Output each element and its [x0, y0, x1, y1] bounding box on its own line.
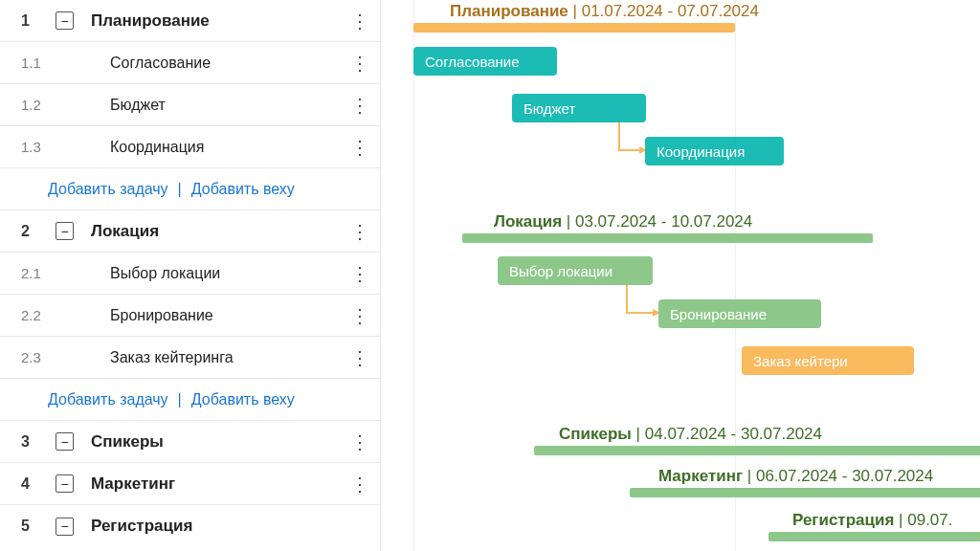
row-number: 1.2 — [21, 97, 56, 113]
task-row[interactable]: 1.2 Бюджет ⋮ — [0, 84, 380, 126]
add-milestone-link[interactable]: Добавить веху — [191, 391, 295, 408]
collapse-icon[interactable]: − — [56, 432, 74, 451]
gantt-group-header-registration: Регистрация | 09.07. — [792, 511, 952, 530]
row-title: Маркетинг — [91, 474, 175, 494]
more-icon[interactable]: ⋮ — [350, 220, 380, 243]
dependency-arrow-icon — [618, 122, 639, 151]
header-title: Планирование — [450, 2, 568, 20]
header-title: Маркетинг — [658, 467, 743, 485]
row-number: 1 — [21, 12, 56, 30]
gantt-group-header-location: Локация | 03.07.2024 - 10.07.2024 — [494, 212, 752, 231]
more-icon[interactable]: ⋮ — [350, 136, 380, 159]
row-number: 2.2 — [21, 307, 56, 323]
row-title: Координация — [110, 139, 204, 156]
task-row[interactable]: 1.1 Согласование ⋮ — [0, 42, 380, 84]
gantt-group-header-speakers: Спикеры | 04.07.2024 - 30.07.2024 — [559, 425, 822, 444]
more-icon[interactable]: ⋮ — [350, 430, 380, 453]
row-title: Бюджет — [110, 97, 166, 114]
row-title: Согласование — [110, 55, 211, 72]
task-row[interactable]: 2.3 Заказ кейтеринга ⋮ — [0, 337, 380, 379]
add-task-link[interactable]: Добавить задачу — [48, 391, 168, 408]
add-row: Добавить задачу | Добавить веху — [0, 379, 380, 421]
gantt-group-header-planning: Планирование | 01.07.2024 - 07.07.2024 — [450, 2, 759, 21]
header-title: Локация — [494, 212, 562, 231]
header-dates: | 04.07.2024 - 30.07.2024 — [636, 425, 822, 443]
gantt-task-bar[interactable]: Координация — [645, 137, 784, 165]
gantt-task-bar[interactable]: Заказ кейтери — [742, 346, 914, 375]
add-row: Добавить задачу | Добавить веху — [0, 168, 380, 210]
gantt-task-bar[interactable]: Бюджет — [512, 94, 646, 122]
row-number: 2 — [21, 223, 56, 240]
gantt-summary-bar-marketing[interactable] — [630, 488, 980, 497]
task-row[interactable]: 1.3 Координация ⋮ — [0, 126, 380, 168]
more-icon[interactable]: ⋮ — [350, 52, 380, 75]
header-title: Регистрация — [792, 511, 894, 529]
row-number: 4 — [21, 475, 56, 493]
gantt-task-bar[interactable]: Выбор локации — [498, 256, 653, 285]
gantt-chart-area[interactable]: Планирование | 01.07.2024 - 07.07.2024 С… — [381, 0, 980, 551]
row-number: 2.1 — [21, 265, 56, 281]
separator: | — [178, 391, 182, 408]
header-dates: | 03.07.2024 - 10.07.2024 — [567, 212, 752, 231]
row-number: 1.3 — [21, 139, 56, 155]
gantt-summary-bar-location[interactable] — [462, 233, 873, 243]
more-icon[interactable]: ⋮ — [350, 304, 380, 327]
header-dates: | 01.07.2024 - 07.07.2024 — [573, 2, 759, 20]
row-number: 3 — [21, 433, 56, 451]
add-task-link[interactable]: Добавить задачу — [48, 181, 168, 198]
group-row-location[interactable]: 2 − Локация ⋮ — [0, 210, 380, 253]
row-title: Планирование — [91, 11, 210, 31]
group-row-marketing[interactable]: 4 − Маркетинг ⋮ — [0, 463, 380, 505]
row-title: Выбор локации — [110, 265, 220, 282]
row-number: 1.1 — [21, 55, 56, 71]
collapse-icon[interactable]: − — [56, 11, 74, 30]
separator: | — [178, 181, 182, 198]
gantt-summary-bar-planning[interactable] — [413, 23, 735, 33]
group-row-speakers[interactable]: 3 − Спикеры ⋮ — [0, 421, 380, 463]
more-icon[interactable]: ⋮ — [350, 346, 380, 369]
row-number: 2.3 — [21, 349, 56, 365]
row-title: Бронирование — [110, 307, 213, 324]
row-number: 5 — [21, 518, 56, 535]
group-row-planning[interactable]: 1 − Планирование ⋮ — [0, 0, 380, 42]
task-row[interactable]: 2.1 Выбор локации ⋮ — [0, 253, 380, 295]
gantt-group-header-marketing: Маркетинг | 06.07.2024 - 30.07.2024 — [658, 467, 933, 486]
header-dates: | 09.07. — [899, 511, 952, 529]
more-icon[interactable]: ⋮ — [350, 94, 380, 117]
more-icon[interactable]: ⋮ — [350, 10, 380, 33]
more-icon[interactable]: ⋮ — [350, 262, 380, 285]
row-title: Заказ кейтеринга — [110, 349, 234, 366]
header-dates: | 06.07.2024 - 30.07.2024 — [747, 467, 933, 485]
task-row[interactable]: 2.2 Бронирование ⋮ — [0, 295, 380, 337]
add-milestone-link[interactable]: Добавить веху — [191, 181, 295, 198]
gantt-summary-bar-speakers[interactable] — [534, 446, 980, 455]
dependency-arrow-icon — [626, 285, 653, 314]
gantt-summary-bar-registration[interactable] — [768, 532, 980, 541]
task-tree-sidebar: 1 − Планирование ⋮ 1.1 Согласование ⋮ 1.… — [0, 0, 381, 551]
collapse-icon[interactable]: − — [56, 474, 74, 493]
gridline — [413, 0, 414, 551]
more-icon[interactable]: ⋮ — [350, 473, 380, 496]
header-title: Спикеры — [559, 425, 632, 443]
gantt-task-bar[interactable]: Согласование — [413, 47, 557, 76]
collapse-icon[interactable]: − — [56, 222, 74, 240]
row-title: Регистрация — [91, 517, 192, 536]
row-title: Спикеры — [91, 432, 164, 452]
collapse-icon[interactable]: − — [56, 518, 74, 536]
group-row-registration[interactable]: 5 − Регистрация — [0, 505, 380, 547]
row-title: Локация — [91, 222, 159, 241]
gantt-task-bar[interactable]: Бронирование — [658, 299, 821, 328]
